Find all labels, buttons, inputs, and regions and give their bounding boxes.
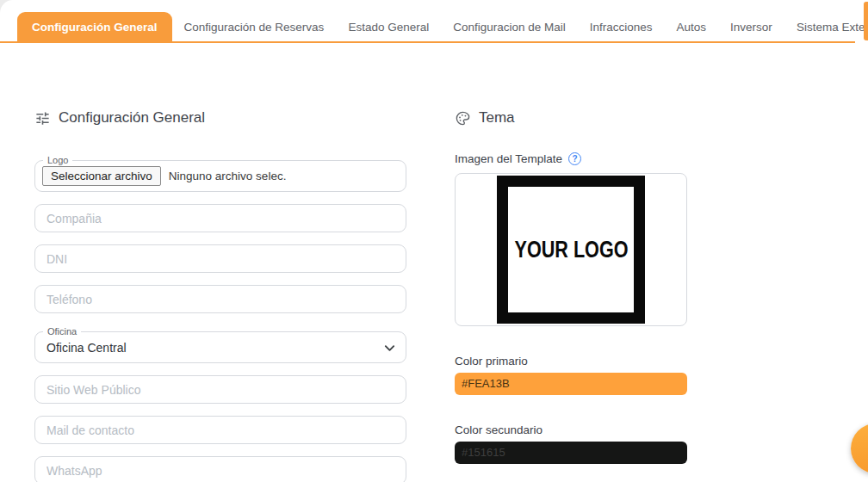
compania-input[interactable] [34, 204, 406, 232]
tab-infracciones[interactable]: Infracciones [578, 12, 665, 41]
file-status-text: Ninguno archivo selec. [169, 170, 287, 182]
secondary-color-input[interactable]: #151615 [455, 442, 687, 464]
tab-configuracion-general[interactable]: Configuración General [17, 12, 172, 41]
floating-action-button[interactable] [851, 423, 868, 473]
dni-input[interactable] [34, 244, 406, 273]
help-icon[interactable]: ? [568, 152, 581, 165]
tab-autos[interactable]: Autos [665, 12, 719, 41]
logo-upload-field: Logo Seleccionar archivo Ninguno archivo… [34, 160, 406, 192]
mail-contacto-input[interactable] [34, 416, 406, 444]
oficina-field: Oficina Oficina Central [34, 331, 406, 363]
general-config-header: Configuración General [34, 108, 406, 128]
settings-tabbar: Configuración General Configuración de R… [0, 0, 855, 43]
theme-header: Tema [455, 108, 687, 128]
select-file-button[interactable]: Seleccionar archivo [42, 166, 161, 186]
tab-estado-general[interactable]: Estado General [336, 12, 441, 41]
tab-configuracion-de-reservas[interactable]: Configuración de Reservas [172, 12, 337, 41]
oficina-select[interactable]: Oficina Central [35, 332, 406, 362]
template-image-preview: YOUR LOGO [455, 173, 687, 326]
general-config-title: Configuración General [59, 109, 205, 127]
whatsapp-input[interactable] [34, 456, 406, 482]
theme-title: Tema [479, 109, 515, 127]
clipped-orange-element [864, 2, 868, 40]
tab-inversor[interactable]: Inversor [718, 12, 784, 41]
logo-field-label: Logo [43, 154, 72, 166]
telefono-input[interactable] [34, 285, 406, 313]
theme-section: Tema Imagen del Template ? YOUR LOGO Col… [455, 108, 687, 464]
secondary-color-label: Color secundario [455, 423, 687, 436]
primary-color-label: Color primario [455, 355, 687, 368]
tune-icon [34, 110, 51, 127]
placeholder-logo-image: YOUR LOGO [497, 176, 645, 324]
tab-configuracion-de-mail[interactable]: Configuracion de Mail [441, 12, 578, 41]
palette-icon [455, 110, 471, 127]
settings-page: Configuración General Configuración de R… [0, 0, 868, 482]
primary-color-input[interactable]: #FEA13B [455, 373, 687, 395]
sitio-web-input[interactable] [34, 375, 406, 404]
general-config-section: Configuración General Logo Seleccionar a… [34, 108, 406, 482]
template-image-label: Imagen del Template [455, 152, 562, 165]
tab-sistema-externo[interactable]: Sistema Externo [784, 12, 868, 41]
